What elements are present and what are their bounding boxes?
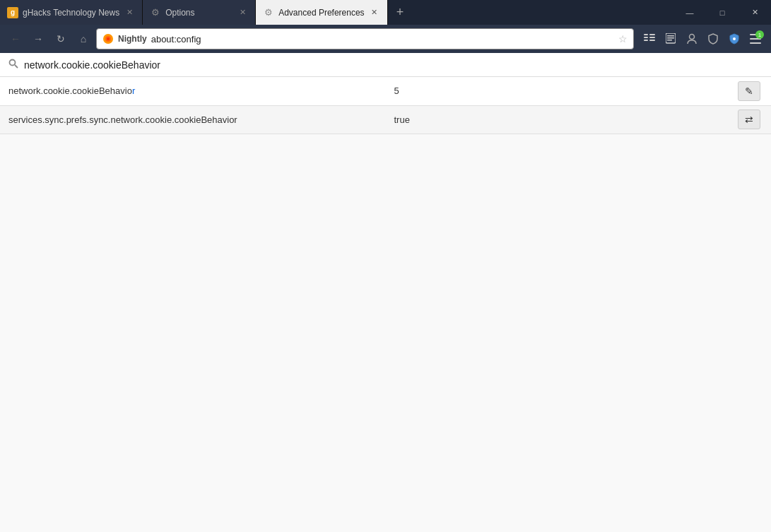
ghacks-favicon: g — [7, 7, 18, 18]
toggle-icon: ⇄ — [745, 114, 753, 125]
svg-rect-12 — [667, 40, 672, 41]
svg-rect-3 — [644, 34, 648, 35]
svg-line-19 — [15, 65, 18, 68]
search-input[interactable] — [24, 59, 763, 71]
options-favicon: ⚙ — [150, 7, 161, 18]
menu-icon[interactable]: 1 — [746, 29, 765, 49]
nightly-label: Nightly — [118, 34, 147, 44]
svg-point-13 — [690, 35, 695, 40]
svg-rect-5 — [644, 40, 648, 41]
maximize-button[interactable]: □ — [706, 0, 738, 25]
tab-advanced-label: Advanced Preferences — [278, 8, 364, 18]
tab-options-close[interactable]: ✕ — [237, 7, 248, 18]
notification-badge: 1 — [755, 30, 764, 39]
table-row: network.cookie.cookieBehavior 5 ✎ — [0, 77, 771, 105]
pref-value-2: true — [386, 105, 733, 134]
title-bar: g gHacks Technology News ✕ ⚙ Options ✕ ⚙… — [0, 0, 771, 25]
search-bar — [0, 53, 771, 77]
reading-list-icon[interactable] — [640, 29, 659, 49]
pref-name-2: services.sync.prefs.sync.network.cookie.… — [0, 105, 386, 134]
table-row: services.sync.prefs.sync.network.cookie.… — [0, 105, 771, 134]
minimize-button[interactable]: — — [673, 0, 706, 25]
browser-logo — [102, 33, 114, 45]
pref-name-1: network.cookie.cookieBehavior — [0, 77, 386, 105]
nav-bar: ← → ↻ ⌂ Nightly ☆ — [0, 25, 771, 53]
tab-ghacks-close[interactable]: ✕ — [124, 7, 135, 18]
tab-ghacks-label: gHacks Technology News — [23, 8, 119, 18]
svg-point-2 — [107, 37, 110, 40]
forward-button[interactable]: → — [28, 29, 48, 49]
svg-point-14 — [733, 37, 736, 40]
advanced-favicon: ⚙ — [263, 7, 274, 18]
toolbar-icons: 1 — [640, 29, 765, 49]
back-button[interactable]: ← — [6, 29, 25, 49]
home-button[interactable]: ⌂ — [73, 29, 93, 49]
toggle-button-1[interactable]: ⇄ — [738, 110, 760, 129]
reader-mode-icon[interactable] — [661, 29, 681, 49]
tab-ghacks[interactable]: g gHacks Technology News ✕ — [0, 0, 143, 25]
edit-button-1[interactable]: ✎ — [738, 81, 760, 101]
svg-rect-4 — [644, 37, 648, 38]
close-button[interactable]: ✕ — [738, 0, 771, 25]
pref-action-2: ⇄ — [732, 105, 771, 134]
shield-icon[interactable] — [703, 29, 723, 49]
pencil-icon: ✎ — [745, 85, 753, 97]
svg-rect-11 — [667, 37, 674, 39]
account-icon[interactable] — [682, 29, 702, 49]
reload-button[interactable]: ↻ — [51, 29, 71, 49]
new-tab-button[interactable]: + — [388, 0, 413, 25]
address-bar: Nightly ☆ — [96, 28, 634, 49]
vpn-shield-icon[interactable] — [724, 29, 744, 49]
svg-rect-7 — [649, 37, 655, 38]
tab-advanced-preferences[interactable]: ⚙ Advanced Preferences ✕ — [256, 0, 387, 25]
window-controls: — □ ✕ — [673, 0, 771, 25]
svg-point-18 — [10, 60, 16, 66]
svg-rect-17 — [750, 42, 761, 44]
svg-rect-8 — [649, 40, 655, 41]
preferences-table: network.cookie.cookieBehavior 5 ✎ servic… — [0, 77, 771, 134]
address-input[interactable] — [151, 34, 614, 45]
tab-options-label: Options — [165, 8, 233, 18]
search-icon — [8, 59, 18, 71]
svg-rect-10 — [667, 35, 674, 37]
svg-rect-6 — [649, 34, 655, 35]
tab-advanced-close[interactable]: ✕ — [369, 7, 380, 18]
pref-action-1: ✎ — [732, 77, 771, 105]
content-area — [0, 134, 771, 525]
bookmark-star-icon[interactable]: ☆ — [618, 33, 628, 45]
tab-options[interactable]: ⚙ Options ✕ — [143, 0, 256, 25]
pref-value-1: 5 — [386, 77, 733, 105]
